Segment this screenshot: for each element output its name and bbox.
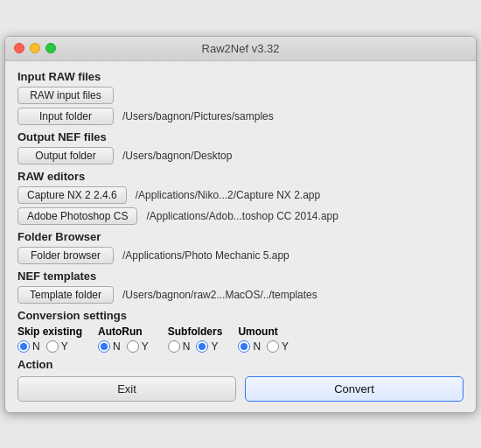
skip-existing-group: Skip existing N Y [17,326,82,353]
folder-browser-label: Folder Browser [17,230,464,243]
subfolders-y-label: Y [211,340,218,353]
umount-n-label: N [253,340,261,353]
input-folder-path: /Users/bagnon/Pictures/samples [122,110,274,122]
template-folder-button[interactable]: Template folder [17,286,114,304]
browser-path: /Applications/Photo Mechanic 5.app [122,249,289,262]
skip-existing-label: Skip existing [17,326,82,338]
subfolders-options: N Y [168,340,222,353]
autorun-options: N Y [98,340,152,353]
umount-group: Umount N Y [238,326,292,353]
browser-row: Folder browser /Applications/Photo Mecha… [17,247,464,264]
autorun-y-label: Y [142,340,149,353]
capture-nx-path: /Applications/Niko...2/Capture NX 2.app [136,189,320,201]
skip-existing-options: N Y [17,340,72,353]
minimize-button[interactable] [30,43,40,53]
conversion-settings-label: Conversion settings [17,309,464,322]
umount-label: Umount [238,326,277,338]
action-label: Action [17,358,464,371]
template-row: Template folder /Users/bagnon/raw2...Mac… [17,286,464,304]
input-raw-label: Input RAW files [17,70,464,83]
action-buttons: Exit Convert [17,376,464,402]
photoshop-path: /Applications/Adob...toshop CC 2014.app [146,210,338,222]
autorun-n-label: N [113,340,121,353]
exit-button[interactable]: Exit [17,376,236,402]
capture-nx-row: Capture NX 2 2.4.6 /Applications/Niko...… [17,186,464,204]
output-folder-row: Output folder /Users/bagnon/Desktop [17,147,464,164]
folder-browser-button[interactable]: Folder browser [17,247,114,264]
nef-templates-label: NEF templates [17,270,464,283]
raw-input-button[interactable]: RAW input files [17,87,114,104]
autorun-group: AutoRun N Y [98,326,152,353]
titlebar: Raw2Nef v3.32 [5,37,476,61]
subfolders-y-radio[interactable] [196,340,208,353]
traffic-lights [14,43,56,53]
autorun-n-radio[interactable] [98,340,110,353]
main-window: Raw2Nef v3.32 Input RAW files RAW input … [4,36,477,413]
autorun-label: AutoRun [98,326,143,338]
photoshop-button[interactable]: Adobe Photoshop CS [17,207,137,225]
subfolders-n-radio[interactable] [168,340,180,353]
window-title: Raw2Nef v3.32 [202,42,280,55]
autorun-y-radio[interactable] [127,340,139,353]
umount-y-label: Y [282,340,289,353]
template-path: /Users/bagnon/raw2...MacOS/../templates [122,289,317,301]
skip-existing-y-radio[interactable] [46,340,59,353]
output-folder-path: /Users/bagnon/Desktop [122,150,232,162]
skip-existing-n-radio[interactable] [17,340,30,353]
raw-editors-label: RAW editors [17,170,464,183]
umount-y-radio[interactable] [267,340,279,353]
output-folder-button[interactable]: Output folder [17,147,114,164]
input-folder-row: Input folder /Users/bagnon/Pictures/samp… [17,108,464,125]
content-area: Input RAW files RAW input files Input fo… [5,61,476,412]
input-folder-button[interactable]: Input folder [17,108,114,125]
capture-nx-button[interactable]: Capture NX 2 2.4.6 [17,186,127,204]
raw-input-row: RAW input files [17,87,464,104]
subfolders-group: Subfolders N Y [168,326,223,353]
photoshop-row: Adobe Photoshop CS /Applications/Adob...… [17,207,464,225]
convert-button[interactable]: Convert [245,376,464,402]
output-nef-label: Output NEF files [17,130,464,144]
conversion-options-row: Skip existing N Y AutoRun N Y [17,326,464,353]
skip-existing-n-label: N [32,340,40,353]
skip-existing-y-label: Y [61,340,68,353]
close-button[interactable] [14,43,24,53]
umount-n-radio[interactable] [238,340,250,353]
maximize-button[interactable] [45,43,56,53]
umount-options: N Y [238,340,292,353]
subfolders-label: Subfolders [168,326,223,338]
subfolders-n-label: N [183,340,191,353]
